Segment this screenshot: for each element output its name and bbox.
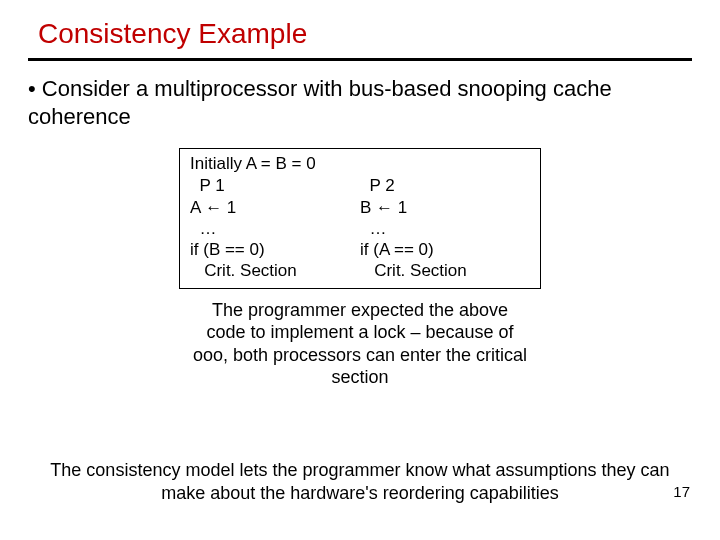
code-columns: P 1 A ← 1 … if (B == 0) Crit. Section P …	[190, 175, 530, 281]
p2-assign: B ← 1	[360, 197, 530, 218]
left-arrow-icon: ←	[376, 198, 393, 217]
p1-crit: Crit. Section	[190, 260, 360, 281]
code-initial: Initially A = B = 0	[190, 153, 530, 174]
p2-label: P 2	[360, 175, 530, 196]
code-column-p2: P 2 B ← 1 … if (A == 0) Crit. Section	[360, 175, 530, 281]
slide: Consistency Example • Consider a multipr…	[0, 0, 720, 540]
p1-label: P 1	[190, 175, 360, 196]
code-caption: The programmer expected the above code t…	[190, 299, 530, 389]
footer-text: The consistency model lets the programme…	[36, 459, 684, 504]
page-number: 17	[673, 483, 690, 500]
p2-ellipsis: …	[360, 218, 530, 239]
p1-assign: A ← 1	[190, 197, 360, 218]
slide-title: Consistency Example	[38, 18, 692, 50]
p2-crit: Crit. Section	[360, 260, 530, 281]
p1-ellipsis: …	[190, 218, 360, 239]
title-rule	[28, 58, 692, 61]
p2-if: if (A == 0)	[360, 239, 530, 260]
bullet-text: • Consider a multiprocessor with bus-bas…	[28, 75, 692, 130]
code-box: Initially A = B = 0 P 1 A ← 1 … if (B ==…	[179, 148, 541, 289]
left-arrow-icon: ←	[205, 198, 222, 217]
p1-if: if (B == 0)	[190, 239, 360, 260]
code-column-p1: P 1 A ← 1 … if (B == 0) Crit. Section	[190, 175, 360, 281]
